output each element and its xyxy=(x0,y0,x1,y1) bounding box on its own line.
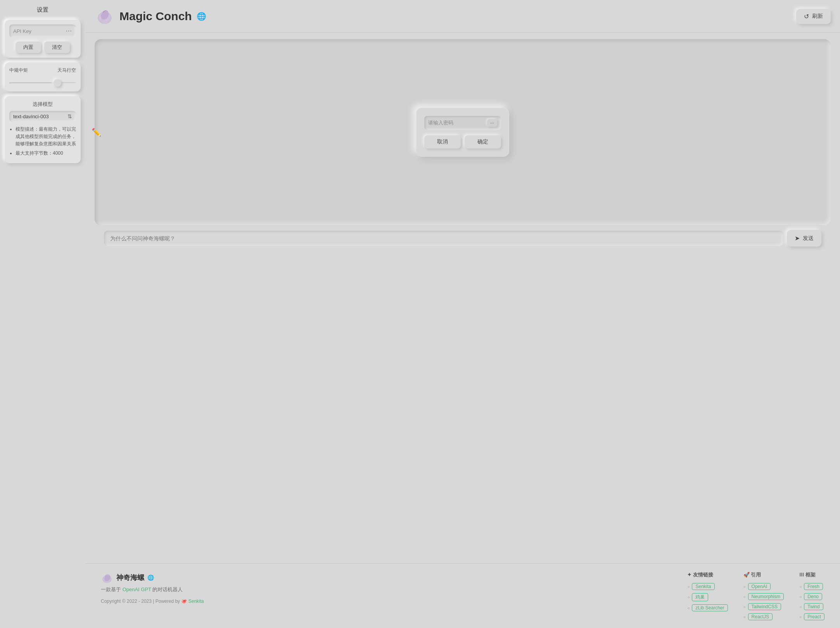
builtin-button[interactable]: 内置 xyxy=(16,41,41,53)
password-input-row: 请输入密码 ··· xyxy=(424,116,501,130)
footer-copyright-text: Copyright © 2022 - 2023 | Powered by xyxy=(101,599,180,604)
footer-conch-icon xyxy=(101,571,113,584)
conch-icon xyxy=(95,6,115,26)
model-card: 选择模型 text-davinci-003 ⇅ 模型描述：最有能力，可以完成其他… xyxy=(5,96,81,163)
send-label: 发送 xyxy=(803,235,814,242)
footer-openai-link[interactable]: OpenAI GPT xyxy=(123,587,151,592)
slider-left-label: 中规中矩 xyxy=(9,67,28,74)
temperature-slider[interactable] xyxy=(9,82,76,84)
footer-ref-openai: ○ OpenAI xyxy=(743,583,784,590)
api-key-placeholder: API Key xyxy=(13,28,64,34)
zlib-link[interactable]: zLib Searcher xyxy=(692,604,728,611)
model-desc-item-1: 模型描述：最有能力，可以完成其他模型所能完成的任务，能够理解复杂意图和因果关系 xyxy=(16,126,76,148)
clear-button[interactable]: 清空 xyxy=(44,41,70,53)
main-content: Magic Conch 🌐 ↺ 刷新 ✏️ 请输入密码 ··· 取消 xyxy=(85,0,840,628)
footer-brand: 神奇海螺 🌐 一款基于 OpenAI GPT 的对话机器人 Copyright … xyxy=(101,571,204,604)
chat-container: ✏️ 请输入密码 ··· 取消 确定 ➤ 发送 xyxy=(85,33,840,563)
footer-link-senkita: ○ Senkita xyxy=(687,583,728,590)
preact-link[interactable]: Preact xyxy=(804,613,824,620)
footer-references-title: 🚀 引用 xyxy=(743,571,784,578)
chat-box: ✏️ 请输入密码 ··· 取消 确定 xyxy=(95,39,831,225)
footer-sub-prefix: 一款基于 xyxy=(101,587,123,592)
footer-inner: 神奇海螺 🌐 一款基于 OpenAI GPT 的对话机器人 Copyright … xyxy=(101,571,824,620)
refresh-icon: ↺ xyxy=(804,13,809,20)
model-select-text: text-davinci-003 xyxy=(13,114,49,119)
neumorphism-link[interactable]: Neumorphism xyxy=(748,593,784,600)
footer-references-col: 🚀 引用 ○ OpenAI ○ Neumorphism ○ TailwindCS… xyxy=(743,571,784,620)
footer-fw-deno: ○ Deno xyxy=(799,593,824,600)
sidebar-title: 设置 xyxy=(5,6,81,14)
jichao-link[interactable]: 鸡巢 xyxy=(692,593,708,601)
api-key-buttons: 内置 清空 xyxy=(9,41,76,53)
model-description: 模型描述：最有能力，可以完成其他模型所能完成的任务，能够理解复杂意图和因果关系 … xyxy=(9,126,76,157)
footer-ref-tailwind: ○ TailwindCSS xyxy=(743,603,784,610)
footer: 神奇海螺 🌐 一款基于 OpenAI GPT 的对话机器人 Copyright … xyxy=(85,563,840,628)
slider-wrapper xyxy=(9,77,76,87)
bullet-icon: ○ xyxy=(687,585,690,589)
fresh-link[interactable]: Fresh xyxy=(804,583,823,590)
senkita-link[interactable]: Senkita xyxy=(692,583,714,590)
model-section-title: 选择模型 xyxy=(9,101,76,108)
header: Magic Conch 🌐 ↺ 刷新 xyxy=(85,0,840,33)
chat-input[interactable] xyxy=(104,231,783,246)
globe-icon: 🌐 xyxy=(197,12,206,21)
reactjs-link[interactable]: ReactJS xyxy=(748,613,773,620)
password-toggle-button[interactable]: ··· xyxy=(487,119,497,127)
twind-link[interactable]: Twind xyxy=(804,603,823,610)
footer-friend-links-title: ✦ 友情链接 xyxy=(687,571,728,578)
footer-link-jichao: ○ 鸡巢 xyxy=(687,593,728,601)
send-icon: ➤ xyxy=(795,235,800,242)
openai-ref-link[interactable]: OpenAI xyxy=(748,583,771,590)
model-select[interactable]: text-davinci-003 ⇅ xyxy=(9,111,76,122)
eraser-icon: ✏️ xyxy=(92,128,101,136)
model-select-arrow-icon: ⇅ xyxy=(67,113,72,119)
footer-links: ✦ 友情链接 ○ Senkita ○ 鸡巢 ○ zLib Searcher xyxy=(220,571,824,620)
send-button[interactable]: ➤ 发送 xyxy=(787,230,821,247)
bullet-icon: ○ xyxy=(687,595,690,599)
bullet-icon: ○ xyxy=(799,585,802,589)
footer-fw-fresh: ○ Fresh xyxy=(799,583,824,590)
footer-github-icon: 🐙 xyxy=(181,599,188,604)
tailwindcss-link[interactable]: TailwindCSS xyxy=(748,603,781,610)
refresh-button[interactable]: ↺ 刷新 xyxy=(796,9,831,24)
chat-input-area: ➤ 发送 xyxy=(95,225,831,253)
slider-labels: 中规中矩 天马行空 xyxy=(9,67,76,74)
footer-frameworks-title: ⁞⁞⁞ 框架 xyxy=(799,571,824,578)
password-dialog: 请输入密码 ··· 取消 确定 xyxy=(416,108,509,157)
model-desc-item-2: 最大支持字节数：4000 xyxy=(16,150,76,157)
api-key-dots: ··· xyxy=(66,28,72,35)
footer-globe-icon: 🌐 xyxy=(147,575,154,581)
confirm-button[interactable]: 确定 xyxy=(465,135,501,148)
bullet-icon: ○ xyxy=(743,615,746,619)
footer-brand-subtitle: 一款基于 OpenAI GPT 的对话机器人 xyxy=(101,586,204,593)
bullet-icon: ○ xyxy=(799,605,802,609)
api-key-card: API Key ··· 内置 清空 xyxy=(5,20,81,58)
footer-brand-name: 神奇海螺 xyxy=(116,573,144,582)
footer-brand-title: 神奇海螺 🌐 xyxy=(101,571,204,584)
eraser-icon-wrapper: ✏️ xyxy=(92,128,101,137)
bullet-icon: ○ xyxy=(743,605,746,609)
refresh-label: 刷新 xyxy=(812,13,823,20)
footer-fw-twind: ○ Twind xyxy=(799,603,824,610)
svg-point-2 xyxy=(101,19,104,21)
slider-right-label: 天马行空 xyxy=(57,67,76,74)
api-key-input-row[interactable]: API Key ··· xyxy=(9,24,76,38)
footer-ref-reactjs: ○ ReactJS xyxy=(743,613,784,620)
bullet-icon: ○ xyxy=(799,595,802,599)
footer-senkita-link[interactable]: Senkita xyxy=(188,599,204,604)
sidebar: 设置 API Key ··· 内置 清空 中规中矩 天马行空 选择模型 text… xyxy=(0,0,85,628)
header-left: Magic Conch 🌐 xyxy=(95,6,206,26)
footer-sub-suffix: 的对话机器人 xyxy=(152,587,183,592)
password-placeholder: 请输入密码 xyxy=(428,119,485,126)
dialog-buttons: 取消 确定 xyxy=(424,135,501,148)
bullet-icon: ○ xyxy=(799,615,802,619)
footer-copyright: Copyright © 2022 - 2023 | Powered by 🐙 S… xyxy=(101,599,204,604)
footer-frameworks-col: ⁞⁞⁞ 框架 ○ Fresh ○ Deno ○ Twind ○ xyxy=(799,571,824,620)
footer-ref-neumorphism: ○ Neumorphism xyxy=(743,593,784,600)
deno-link[interactable]: Deno xyxy=(804,593,822,600)
bullet-icon: ○ xyxy=(743,585,746,589)
header-title: Magic Conch xyxy=(119,10,192,23)
temperature-slider-card: 中规中矩 天马行空 xyxy=(5,62,81,91)
cancel-button[interactable]: 取消 xyxy=(424,135,461,148)
bullet-icon: ○ xyxy=(687,606,690,610)
